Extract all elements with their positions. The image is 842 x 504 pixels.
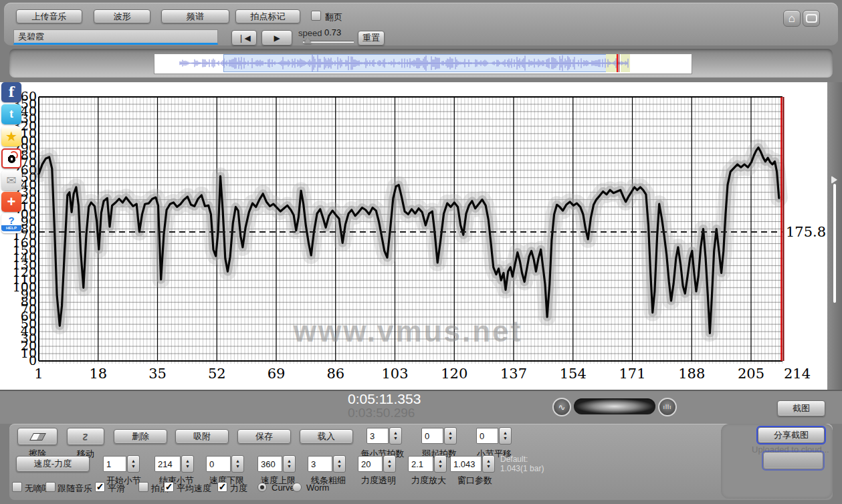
dynamics-label: 力度 [230,483,247,495]
dyn-alpha-input[interactable] [358,456,383,472]
default-note-line1: Default: [500,455,528,464]
smooth-checkbox[interactable]: ✓ [95,482,105,492]
twitter-icon: t [9,108,13,121]
speed-dynamics-button[interactable]: 速度-力度 [16,456,90,472]
reset-speed-button[interactable]: 重置 [358,31,385,45]
dyn-gain-input[interactable] [408,456,433,472]
pickup-beats-spin[interactable]: ▲▼ [444,427,457,445]
page-turn-checkbox[interactable] [311,11,321,21]
beat-points-checkbox[interactable] [138,482,148,492]
beat-mark-button[interactable]: 拍点标记 [235,9,300,23]
smooth-label: 平滑 [108,483,125,495]
snap-button[interactable]: 吸附 [175,429,229,444]
volume-slider[interactable] [574,398,655,414]
end-bar-spin[interactable]: ▲▼ [181,455,194,473]
pickup-beats-input[interactable] [421,428,443,444]
svg-text:86: 86 [326,366,344,382]
share-secondary-button[interactable] [763,452,823,469]
page-turn-label: 翻页 [325,11,342,23]
skip-to-start-button[interactable]: ❘◀ [231,30,257,45]
waveform-playhead-shadow [619,54,619,72]
track-name-input[interactable] [13,29,218,45]
capture-button[interactable]: 截图 [777,400,825,416]
speed-value: 0.73 [324,27,341,37]
help-caption: HELP [1,225,21,231]
play-button[interactable]: ▶ [261,30,292,45]
follow-music-checkbox[interactable] [45,482,56,492]
right-scroll-strip [827,82,842,390]
window-param-spin[interactable]: ▲▼ [482,455,495,473]
waveform-view-button[interactable]: 波形 [94,9,150,23]
curve-label: Curve [272,483,295,493]
speed-slider-thumb[interactable] [304,37,312,43]
help-button[interactable]: ? HELP [1,213,21,233]
line-width-spin[interactable]: ▲▼ [333,455,346,473]
dynamics-checkbox[interactable]: ✓ [217,482,227,492]
dyn-alpha-label: 力度透明 [355,475,402,487]
svg-text:35: 35 [148,366,167,382]
worm-radio[interactable] [292,483,302,492]
curve-radio[interactable] [257,483,267,492]
move-icon: ∿ [78,430,94,443]
svg-text:175.8: 175.8 [786,224,826,240]
dyn-alpha-spin[interactable]: ▲▼ [383,455,396,473]
erase-button[interactable] [17,428,58,445]
no-tick-checkbox[interactable] [12,482,22,492]
line-width-input[interactable] [308,456,332,472]
facebook-share-button[interactable]: f [1,82,21,102]
save-button[interactable]: 保存 [237,429,291,444]
volume-max-icon[interactable]: ıllı [658,398,677,416]
svg-text:188: 188 [678,366,705,382]
beats-per-bar-input[interactable] [366,428,389,444]
tempo-min-input[interactable] [206,456,231,472]
plus-icon: + [7,195,16,209]
facebook-icon: f [9,84,15,100]
dyn-gain-label: 力度放大 [405,475,452,487]
load-button[interactable]: 载入 [300,429,353,444]
more-share-button[interactable]: + [1,192,21,212]
time-elapsed: 0:05:11.353 [348,391,421,407]
twitter-share-button[interactable]: t [1,104,21,124]
upload-music-button[interactable]: 上传音乐 [16,9,82,23]
bar-shift-spin[interactable]: ▲▼ [499,427,512,445]
window-param-input[interactable] [450,456,482,472]
home-button[interactable]: ⌂ [783,10,801,27]
default-note-line2: 1.043(1 bar) [500,464,544,473]
time-total: 0:03:50.296 [348,406,415,420]
follow-music-label: 跟随音乐 [58,483,92,495]
beats-per-bar-spin[interactable]: ▲▼ [389,427,402,445]
average-tempo-label: 平均速度 [177,483,211,495]
weibo-share-button[interactable] [1,148,21,168]
fullscreen-button[interactable] [803,10,820,27]
scroll-arrow-icon[interactable] [831,176,837,184]
svg-text:52: 52 [208,366,226,382]
delete-button[interactable]: 删除 [114,429,167,444]
share-screenshot-button[interactable]: 分享截图 [758,427,825,443]
bar-shift-input[interactable] [476,428,498,444]
dyn-gain-spin[interactable]: ▲▼ [434,455,447,473]
svg-text:120: 120 [441,366,467,382]
mail-icon: ✉ [6,173,16,188]
scroll-handle[interactable] [833,184,836,303]
waveform-playhead[interactable] [617,54,618,72]
average-tempo-checkbox[interactable]: ✓ [164,482,174,492]
tempo-min-spin[interactable]: ▲▼ [231,455,244,473]
waveform-overview[interactable] [154,53,692,74]
qzone-share-button[interactable]: ★ [1,126,21,146]
tempo-max-input[interactable] [257,456,282,472]
worm-label: Worm [306,483,329,493]
svg-text:69: 69 [268,366,286,382]
start-bar-spin[interactable]: ▲▼ [127,455,140,473]
move-button[interactable]: ∿ [67,428,104,445]
tempo-chart-panel: www.vmus.net175.801020304050607080901001… [0,82,827,390]
email-share-button[interactable]: ✉ [1,170,21,191]
qzone-star-icon: ★ [5,128,17,144]
top-toolbar-panel: 上传音乐 波形 频谱 拍点标记 翻页 ❘◀ ▶ speed 0.73 重置 ⌂ [4,3,838,45]
speed-label: speed [298,28,322,38]
start-bar-input[interactable] [103,456,126,472]
spectrum-view-button[interactable]: 频谱 [161,9,229,23]
tempo-chart[interactable]: www.vmus.net175.801020304050607080901001… [0,82,827,390]
end-bar-input[interactable] [154,456,181,472]
tempo-max-spin[interactable]: ▲▼ [283,455,296,473]
volume-min-icon[interactable]: ∿ [552,398,571,416]
